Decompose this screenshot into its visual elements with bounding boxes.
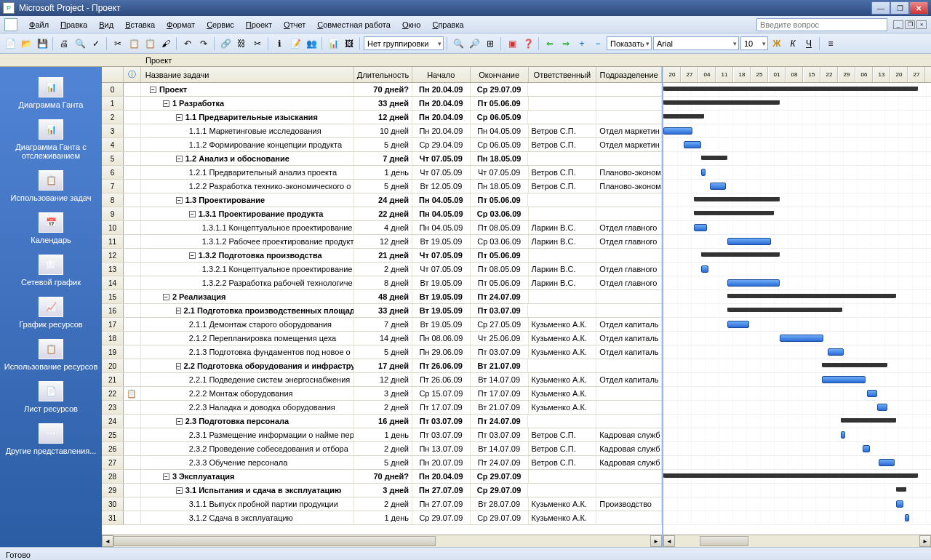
responsible-cell[interactable]: Кузьменко А.К.: [529, 332, 597, 345]
duration-cell[interactable]: 5 дней: [354, 345, 412, 359]
row-number[interactable]: 17: [102, 318, 124, 331]
task-row[interactable]: 101.3.1.1 Концептуальное проектирование4…: [102, 221, 662, 235]
task-bar[interactable]: [727, 321, 749, 328]
task-bar[interactable]: [694, 224, 707, 231]
finish-cell[interactable]: Вт 21.07.09: [471, 401, 529, 414]
outdent-button[interactable]: ⇐: [543, 36, 557, 51]
italic-button[interactable]: К: [786, 36, 800, 51]
task-name-cell[interactable]: 1.3.1.1 Концептуальное проектирование: [141, 221, 354, 234]
task-row[interactable]: 28−3 Эксплуатация70 дней?Пн 20.04.09Ср 2…: [102, 470, 662, 484]
responsible-cell[interactable]: Кузьменко А.К.: [529, 318, 597, 331]
gantt-row[interactable]: [663, 497, 931, 511]
task-name-cell[interactable]: −3.1 Испытания и сдача в эксплуатацию: [141, 484, 354, 497]
gantt-row[interactable]: [663, 152, 931, 166]
menu-файл[interactable]: Файл: [23, 19, 55, 31]
task-name-cell[interactable]: −2.1 Подготовка производственных площад: [141, 304, 354, 317]
paste-button[interactable]: 📋: [143, 36, 157, 51]
start-cell[interactable]: Ср 15.07.09: [412, 387, 471, 400]
finish-cell[interactable]: Пт 17.07.09: [471, 387, 529, 400]
department-cell[interactable]: [596, 387, 662, 400]
responsible-cell[interactable]: Кузьменко А.К.: [529, 497, 597, 511]
department-cell[interactable]: Отдел маркетин: [596, 124, 662, 137]
task-name-cell[interactable]: 2.2.3 Наладка и доводка оборудования: [141, 401, 354, 414]
duration-cell[interactable]: 2 дней: [354, 497, 412, 511]
responsible-cell[interactable]: Ветров С.П.: [529, 180, 597, 193]
start-cell[interactable]: Пн 29.06.09: [412, 345, 471, 359]
gantt-scroll-right-button[interactable]: ►: [919, 535, 931, 547]
responsible-cell[interactable]: [529, 470, 597, 483]
duration-cell[interactable]: 12 дней: [354, 373, 412, 386]
department-cell[interactable]: Отдел капиталь: [596, 373, 662, 386]
responsible-cell[interactable]: [528, 152, 596, 165]
duration-cell[interactable]: 70 дней?: [354, 83, 412, 96]
redo-button[interactable]: ↷: [196, 36, 211, 51]
task-row[interactable]: 252.3.1 Размещение информации о найме пе…: [102, 428, 662, 442]
summary-bar[interactable]: [727, 294, 896, 298]
duration-cell[interactable]: 10 дней: [354, 124, 412, 137]
task-row[interactable]: 111.3.1.2 Рабочее проектирование продукт…: [102, 235, 662, 249]
row-header-col[interactable]: [102, 67, 124, 82]
department-cell[interactable]: [596, 290, 662, 303]
responsible-cell[interactable]: Ветров С.П.: [529, 442, 597, 455]
duration-cell[interactable]: 5 дней: [354, 180, 412, 193]
gantt-row[interactable]: [663, 428, 931, 442]
gantt-row[interactable]: [663, 138, 931, 152]
start-cell[interactable]: Чт 07.05.09: [412, 249, 471, 262]
duration-cell[interactable]: 8 дней: [354, 276, 412, 289]
indent-button[interactable]: ⇒: [559, 36, 573, 51]
responsible-cell[interactable]: [529, 207, 597, 220]
save-button[interactable]: 💾: [35, 36, 49, 51]
task-name-cell[interactable]: −1.2 Анализ и обоснование: [141, 152, 354, 165]
task-name-cell[interactable]: 1.3.2.2 Разработка рабочей технологиче: [141, 276, 354, 289]
gantt-row[interactable]: [663, 124, 931, 138]
gantt-row[interactable]: [663, 345, 931, 359]
help-search-input[interactable]: [756, 18, 887, 31]
duration-cell[interactable]: 5 дней: [354, 138, 412, 151]
row-number[interactable]: 14: [102, 276, 124, 289]
row-number[interactable]: 31: [102, 511, 124, 524]
task-name-cell[interactable]: 1.2.2 Разработка технико-экономического …: [141, 180, 354, 193]
task-name-cell[interactable]: 3.1.2 Сдача в эксплуатацию: [141, 511, 354, 524]
task-name-cell[interactable]: −2.2 Подготовка оборудования и инфрастру: [141, 359, 354, 372]
finish-cell[interactable]: Пт 03.07.09: [471, 345, 529, 359]
responsible-cell[interactable]: Ларкин В.С.: [529, 263, 597, 276]
task-bar[interactable]: [905, 514, 909, 521]
row-number[interactable]: 3: [102, 124, 124, 137]
finish-cell[interactable]: Ср 03.06.09: [471, 235, 529, 248]
summary-bar[interactable]: [701, 156, 727, 160]
cut-button[interactable]: ✂: [111, 36, 125, 51]
task-bar[interactable]: [727, 238, 771, 245]
start-cell[interactable]: Пн 08.06.09: [412, 332, 471, 345]
duration-cell[interactable]: 70 дней?: [354, 470, 412, 483]
start-cell[interactable]: Вт 19.05.09: [412, 318, 471, 331]
view-0[interactable]: 📊Диаграмма Ганта: [0, 74, 102, 116]
department-cell[interactable]: Кадровая служб: [596, 442, 662, 455]
zoom-out-button[interactable]: 🔎: [467, 36, 482, 51]
department-cell[interactable]: Производство: [596, 497, 662, 511]
duration-cell[interactable]: 4 дней: [354, 221, 412, 234]
summary-bar[interactable]: [663, 100, 780, 105]
duration-cell[interactable]: 7 дней: [354, 152, 412, 165]
new-button[interactable]: 📄: [3, 36, 17, 51]
duration-cell[interactable]: 2 дней: [354, 442, 412, 455]
start-cell[interactable]: Пн 20.04.09: [412, 97, 471, 110]
gantt-row[interactable]: [663, 484, 931, 497]
finish-cell[interactable]: Пт 03.07.09: [471, 428, 529, 441]
task-grid[interactable]: 0−Проект70 дней?Пн 20.04.09Ср 29.07.091−…: [102, 83, 662, 535]
task-row[interactable]: 16−2.1 Подготовка производственных площа…: [102, 304, 662, 318]
finish-cell[interactable]: Ср 06.05.09: [471, 111, 529, 124]
gantt-row[interactable]: [663, 318, 931, 332]
finish-cell[interactable]: Пт 24.07.09: [471, 415, 529, 428]
zoom-in-button[interactable]: 🔍: [451, 36, 466, 51]
row-number[interactable]: 19: [102, 345, 124, 359]
gantt-row[interactable]: [663, 221, 931, 235]
collapse-icon[interactable]: −: [176, 197, 183, 204]
row-number[interactable]: 9: [102, 207, 124, 220]
unlink-button[interactable]: ⛓: [234, 36, 249, 51]
row-number[interactable]: 0: [102, 83, 124, 96]
duration-cell[interactable]: 12 дней: [354, 111, 412, 124]
responsible-cell[interactable]: Кузьменко А.К.: [529, 401, 597, 414]
row-number[interactable]: 29: [102, 484, 124, 497]
help-button[interactable]: ❓: [521, 36, 535, 51]
task-row[interactable]: 172.1.1 Демонтаж старого оборудования7 д…: [102, 318, 662, 332]
